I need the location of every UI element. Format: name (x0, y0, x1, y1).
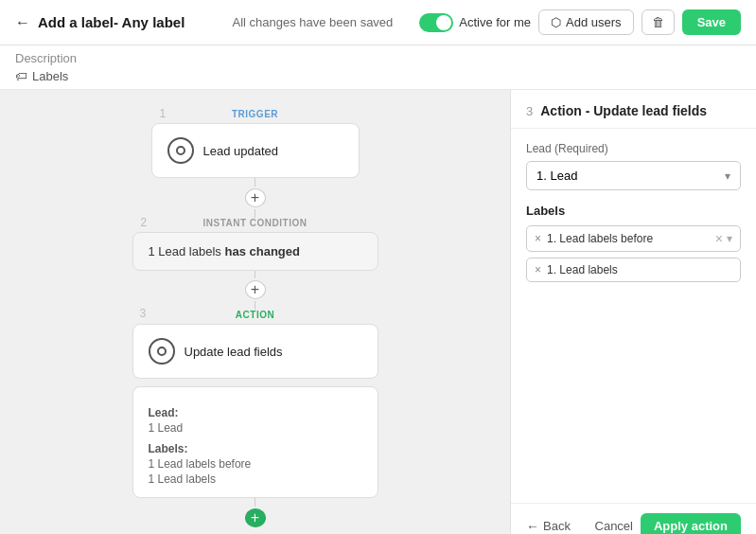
action-icon (149, 338, 175, 365)
header-actions: Active for me ⬡ Add users 🗑 Save (419, 9, 741, 35)
labels-section-title: Labels (526, 204, 741, 218)
action-label-val1: 1 Lead labels before (149, 457, 362, 471)
lead-field-label: Lead (Required) (526, 142, 741, 155)
connector1b (255, 209, 255, 218)
node2-number: 2 (141, 216, 148, 229)
action-lead-value: 1 Lead (149, 421, 362, 435)
sub-header: Description 🏷 Labels (0, 45, 756, 90)
trigger-node-wrapper: TRIGGER 1 Lead updated (151, 109, 360, 178)
add-final-step-button[interactable]: + (245, 508, 266, 527)
labels-row[interactable]: 🏷 Labels (15, 69, 741, 83)
lead-select-value: 1. Lead (536, 169, 577, 183)
connector1 (255, 178, 255, 187)
action-label: ACTION (236, 310, 274, 320)
tag1-clear-icon[interactable]: × (715, 231, 723, 246)
action-lead-label: Lead: (149, 406, 362, 419)
add-step-1-button[interactable]: + (245, 188, 266, 207)
description-row[interactable]: Description (15, 51, 741, 65)
right-panel-footer: ← Back Cancel Apply action (511, 503, 756, 534)
condition-node[interactable]: 2 1 Lead labels has changed (132, 232, 378, 271)
trigger-label: TRIGGER (232, 109, 278, 119)
save-button[interactable]: Save (682, 9, 741, 35)
tag1-text: 1. Lead labels before (547, 232, 712, 245)
action-label-val2: 1 Lead labels (149, 472, 362, 486)
tag2-remove-icon[interactable]: × (535, 263, 541, 276)
right-panel-title: Action - Update lead fields (540, 103, 707, 118)
toggle-switch[interactable] (419, 13, 453, 32)
share-icon: ⬡ (551, 15, 561, 29)
action-labels-label: Labels: (149, 442, 362, 455)
back-arrow-icon: ← (526, 519, 539, 534)
right-panel-header: 3 Action - Update lead fields (511, 90, 756, 129)
app-header: ← Add a label- Any label All changes hav… (0, 0, 756, 45)
toggle-label: Active for me (459, 15, 531, 29)
tag-row-2: × 1. Lead labels (526, 258, 741, 282)
saved-status: All changes have been saved (218, 15, 409, 29)
right-panel: 3 Action - Update lead fields Lead (Requ… (510, 90, 756, 534)
back-button[interactable]: ← Back (526, 519, 571, 534)
trigger-icon (167, 137, 194, 164)
back-icon[interactable]: ← (15, 14, 30, 31)
condition-prefix: 1 Lead labels (149, 244, 221, 258)
tag-row-1: × 1. Lead labels before × ▾ (526, 225, 741, 252)
active-toggle[interactable]: Active for me (419, 13, 531, 32)
connector3 (255, 498, 255, 507)
page-title: Add a label- Any label (38, 14, 185, 30)
delete-button[interactable]: 🗑 (642, 9, 675, 35)
lead-select[interactable]: 1. Lead ▾ (526, 161, 741, 190)
condition-label: INSTANT CONDITION (203, 218, 308, 228)
chevron-down-icon: ▾ (725, 169, 730, 183)
tag2-text: 1. Lead labels (547, 263, 732, 276)
add-step-2-button[interactable]: + (245, 280, 266, 299)
connector2b (255, 301, 255, 310)
action-detail-box: Lead: 1 Lead Labels: 1 Lead labels befor… (132, 386, 378, 498)
action-header-node[interactable]: Update lead fields (132, 324, 378, 379)
action-node-wrapper: ACTION 3 Update lead fields Lead: 1 Lead… (132, 310, 378, 498)
action-title: Update lead fields (185, 345, 283, 359)
trigger-title: Lead updated (203, 144, 279, 158)
workflow-canvas: TRIGGER 1 Lead updated + INSTANT CONDITI… (0, 90, 510, 534)
trigger-node[interactable]: 1 Lead updated (151, 123, 360, 178)
apply-action-button[interactable]: Apply action (641, 513, 741, 534)
condition-bold: has changed (224, 244, 299, 258)
tag1-chevron-icon[interactable]: ▾ (727, 232, 732, 245)
header-left: ← Add a label- Any label (15, 14, 206, 31)
cancel-button[interactable]: Cancel (595, 513, 633, 534)
main-content: TRIGGER 1 Lead updated + INSTANT CONDITI… (0, 90, 756, 534)
label-icon: 🏷 (15, 69, 27, 83)
node3-number: 3 (140, 307, 147, 320)
right-panel-body: Lead (Required) 1. Lead ▾ Labels × 1. Le… (511, 129, 756, 503)
tag1-remove-icon[interactable]: × (535, 232, 541, 245)
right-panel-step-num: 3 (526, 104, 533, 118)
connector2 (255, 271, 255, 279)
node1-number: 1 (160, 107, 167, 120)
condition-node-wrapper: INSTANT CONDITION 2 1 Lead labels has ch… (132, 218, 378, 271)
add-users-button[interactable]: ⬡ Add users (538, 9, 634, 35)
